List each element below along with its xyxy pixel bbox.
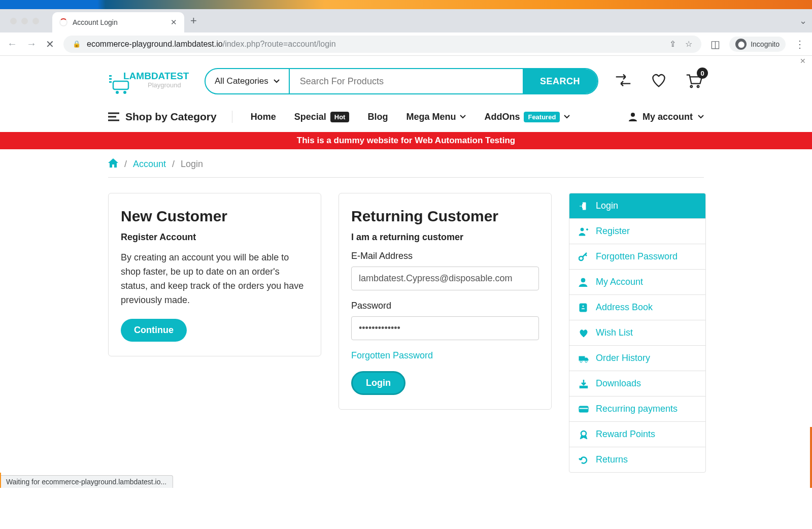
window-controls[interactable]	[5, 18, 44, 24]
home-icon	[108, 158, 118, 168]
sidebar-item-downloads[interactable]: Downloads	[569, 371, 705, 396]
tab-strip: Account Login ✕ + ⌄	[0, 9, 812, 32]
sidebar-item-register[interactable]: Register	[569, 219, 705, 244]
main-nav: Shop by Category Home SpecialHot Blog Me…	[108, 107, 704, 132]
sidebar-item-wish-list[interactable]: Wish List	[569, 320, 705, 346]
nav-addons[interactable]: AddOnsFeatured	[484, 112, 570, 122]
desktop-peek-right	[810, 427, 812, 488]
compare-icon[interactable]	[614, 72, 633, 91]
forward-button[interactable]: →	[26, 38, 37, 50]
hamburger-icon	[108, 112, 119, 121]
stop-button[interactable]: ✕	[46, 38, 54, 50]
svg-point-8	[631, 113, 635, 117]
bookmark-icon[interactable]: ☆	[685, 39, 692, 49]
sidebar-item-my-account[interactable]: My Account	[569, 270, 705, 295]
loading-spinner-icon	[59, 18, 67, 26]
nav-mega-menu[interactable]: Mega Menu	[406, 112, 466, 122]
menu-button[interactable]: ⋮	[795, 38, 805, 50]
breadcrumb-home[interactable]	[108, 158, 118, 170]
site-header: LAMBDATEST Playground All Categories SEA…	[108, 56, 704, 107]
notice-banner: This is a dummy website for Web Automati…	[0, 132, 812, 149]
tab-title: Account Login	[73, 18, 118, 26]
address-icon	[579, 303, 589, 312]
download-icon	[579, 379, 589, 388]
account-sidebar: LoginRegisterForgotten PasswordMy Accoun…	[569, 193, 706, 473]
nav-my-account[interactable]: My account	[628, 112, 704, 122]
svg-point-4	[123, 91, 126, 94]
cart-icon[interactable]: 0	[685, 72, 704, 91]
back-button[interactable]: ←	[7, 38, 17, 50]
search-bar: All Categories SEARCH	[205, 68, 598, 94]
sidebar-item-login[interactable]: Login	[569, 193, 705, 219]
new-customer-subtitle: Register Account	[121, 232, 309, 243]
tabs-overflow-icon[interactable]: ⌄	[799, 15, 807, 26]
new-customer-body: By creating an account you will be able …	[121, 251, 309, 308]
sidebar-item-reward-points[interactable]: Reward Points	[569, 422, 705, 447]
reward-icon	[579, 430, 589, 439]
sidebar-item-recurring-payments[interactable]: Recurring payments	[569, 396, 705, 422]
register-icon	[579, 227, 589, 236]
forgotten-password-link[interactable]: Forgotten Password	[351, 350, 539, 361]
password-label: Password	[351, 301, 539, 311]
incognito-indicator[interactable]: ⬤ Incognito	[729, 37, 786, 52]
url-text: ecommerce-playground.lambdatest.io/index…	[87, 40, 336, 49]
desktop-peek-left	[0, 473, 1, 488]
share-icon[interactable]: ⇪	[669, 39, 676, 49]
login-icon	[579, 202, 589, 211]
chevron-down-icon	[698, 114, 704, 120]
returning-title: Returning Customer	[351, 208, 539, 225]
browser-chrome: Account Login ✕ + ⌄ ← → ✕ 🔒 ecommerce-pl…	[0, 9, 812, 56]
nav-special[interactable]: SpecialHot	[294, 112, 350, 122]
svg-point-19	[581, 431, 586, 436]
card-icon	[579, 405, 589, 414]
breadcrumb-account[interactable]: Account	[133, 159, 166, 170]
svg-rect-12	[580, 304, 587, 312]
svg-point-10	[579, 256, 583, 260]
svg-text:LAMBDATEST: LAMBDATEST	[123, 71, 189, 81]
svg-point-15	[580, 360, 582, 362]
returning-customer-card: Returning Customer I am a returning cust…	[339, 193, 552, 410]
header-actions: 0	[614, 72, 704, 91]
tab-close-icon[interactable]: ✕	[171, 18, 177, 27]
search-category-select[interactable]: All Categories	[206, 69, 290, 93]
svg-rect-18	[579, 408, 588, 409]
desktop-background-peek	[0, 0, 812, 9]
shop-by-category-button[interactable]: Shop by Category	[108, 111, 232, 123]
svg-point-9	[581, 228, 584, 231]
svg-rect-2	[113, 81, 128, 89]
search-button[interactable]: SEARCH	[523, 69, 597, 93]
sidebar-item-order-history[interactable]: Order History	[569, 346, 705, 371]
person-icon	[628, 112, 637, 121]
sidebar-item-address-book[interactable]: Address Book	[569, 295, 705, 320]
heart-icon	[579, 328, 589, 338]
svg-point-11	[581, 278, 585, 282]
password-field[interactable]	[351, 316, 539, 340]
browser-tab[interactable]: Account Login ✕	[52, 12, 184, 32]
new-tab-button[interactable]: +	[190, 14, 197, 27]
new-customer-card: New Customer Register Account By creatin…	[108, 193, 321, 356]
search-input[interactable]	[290, 69, 523, 93]
svg-rect-6	[109, 78, 112, 80]
breadcrumb-current: Login	[181, 159, 203, 170]
truck-icon	[579, 354, 589, 363]
nav-home[interactable]: Home	[251, 112, 276, 122]
key-icon	[579, 252, 589, 261]
svg-rect-5	[109, 75, 112, 77]
continue-button[interactable]: Continue	[121, 319, 187, 342]
wishlist-icon[interactable]	[649, 72, 668, 91]
returning-subtitle: I am a returning customer	[351, 232, 539, 243]
svg-point-3	[116, 91, 119, 94]
sidebar-item-returns[interactable]: Returns	[569, 447, 705, 472]
login-button[interactable]: Login	[351, 371, 405, 395]
dismiss-icon[interactable]: ✕	[800, 57, 806, 65]
svg-point-13	[582, 305, 584, 307]
site-logo[interactable]: LAMBDATEST Playground	[108, 67, 189, 95]
nav-blog[interactable]: Blog	[367, 112, 388, 122]
sidebar-item-forgotten-password[interactable]: Forgotten Password	[569, 244, 705, 270]
chevron-down-icon	[460, 114, 466, 120]
toolbar: ← → ✕ 🔒 ecommerce-playground.lambdatest.…	[0, 32, 812, 56]
side-panel-icon[interactable]: ◫	[710, 38, 720, 50]
address-bar[interactable]: 🔒 ecommerce-playground.lambdatest.io/ind…	[63, 36, 701, 53]
browser-status-bar: Waiting for ecommerce-playground.lambdat…	[0, 475, 173, 488]
email-field[interactable]	[351, 267, 539, 290]
